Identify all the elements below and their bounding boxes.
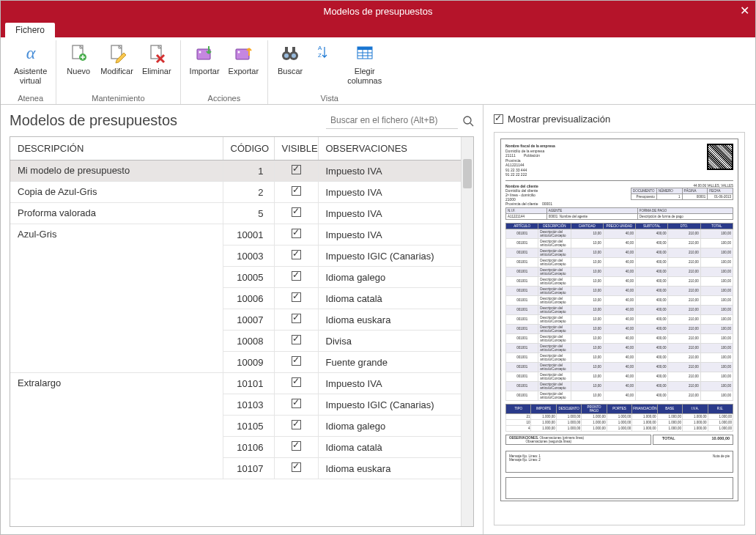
search-button[interactable]: Buscar — [274, 40, 306, 92]
close-icon[interactable]: ✕ — [740, 4, 749, 18]
th-description[interactable]: DESCRIPCIÓN — [10, 137, 223, 160]
cell-code: 10009 — [223, 352, 274, 373]
svg-text:Z: Z — [318, 52, 322, 59]
cell-visible — [274, 182, 318, 203]
sort-button[interactable]: AZ — [309, 40, 341, 92]
search-input[interactable] — [326, 112, 458, 129]
cell-observations: Fuente grande — [318, 352, 461, 373]
export-button[interactable]: Exportar — [226, 40, 262, 92]
columns-button[interactable]: Elegircolumnas — [344, 40, 385, 92]
cell-visible — [274, 458, 318, 479]
cell-visible — [274, 309, 318, 331]
visible-checkbox[interactable] — [292, 399, 301, 408]
svg-rect-18 — [357, 47, 372, 50]
scrollbar[interactable] — [461, 137, 473, 526]
alpha-icon: α — [19, 42, 42, 65]
table-row[interactable]: Mi modelo de presupuesto1Impuesto IVA — [10, 160, 461, 182]
cell-observations: Divisa — [318, 331, 461, 352]
svg-point-13 — [284, 54, 289, 58]
visible-checkbox[interactable] — [292, 229, 301, 238]
cell-description: Copia de Azul-Gris — [10, 182, 223, 203]
visible-checkbox[interactable] — [292, 377, 301, 387]
visible-checkbox[interactable] — [292, 314, 301, 323]
cell-code: 10105 — [223, 416, 274, 437]
cell-visible — [274, 160, 318, 182]
cell-observations: Impuesto IVA — [318, 203, 461, 224]
new-icon — [67, 42, 90, 65]
visible-checkbox[interactable] — [292, 356, 301, 366]
visible-checkbox[interactable] — [292, 462, 301, 472]
cell-code: 10008 — [223, 331, 274, 352]
cell-visible — [274, 416, 318, 437]
delete-button[interactable]: Eliminar — [139, 40, 174, 92]
ribbon-label: Nuevo — [67, 67, 90, 76]
visible-checkbox[interactable] — [292, 420, 301, 429]
cell-observations: Impuesto IVA — [318, 182, 461, 203]
cell-visible — [274, 288, 318, 309]
cell-observations: Idioma català — [318, 437, 461, 458]
preview-checkbox-label: Mostrar previsualización — [508, 114, 610, 125]
visible-checkbox[interactable] — [292, 207, 301, 217]
tab-file[interactable]: Fichero — [5, 23, 55, 37]
svg-point-8 — [238, 51, 240, 54]
import-icon — [193, 42, 216, 65]
visible-checkbox[interactable] — [292, 165, 301, 174]
cell-visible — [274, 373, 318, 394]
ribbon: αAsistentevirtualAteneaNuevoModificarEli… — [1, 37, 755, 105]
cell-code: 10005 — [223, 267, 274, 288]
th-observations[interactable]: OBSERVACIONES — [318, 137, 461, 160]
new-button[interactable]: Nuevo — [62, 40, 94, 92]
visible-checkbox[interactable] — [292, 441, 301, 451]
th-visible[interactable]: VISIBLE — [274, 137, 318, 160]
cell-observations: Idioma galego — [318, 267, 461, 288]
table-row[interactable]: Azul-Gris10001Impuesto IVA — [10, 224, 461, 246]
assistant-button[interactable]: αAsistentevirtual — [11, 40, 50, 92]
cell-description: Mi modelo de presupuesto — [10, 160, 223, 182]
cell-visible — [274, 246, 318, 267]
cell-description: Extralargo — [10, 373, 223, 479]
ribbon-label: Exportar — [229, 67, 259, 76]
visible-checkbox[interactable] — [292, 186, 301, 196]
cell-code: 10007 — [223, 309, 274, 331]
visible-checkbox[interactable] — [292, 292, 301, 302]
th-code[interactable]: CÓDIGO — [223, 137, 274, 160]
ribbon-group-label: Mantenimiento — [92, 92, 144, 104]
table-row[interactable]: Extralargo10101Impuesto IVA — [10, 373, 461, 394]
visible-checkbox[interactable] — [292, 335, 301, 344]
search-icon[interactable] — [462, 115, 474, 127]
cell-observations: Impuesto IVA — [318, 224, 461, 246]
models-table: DESCRIPCIÓN CÓDIGO VISIBLE OBSERVACIONES… — [10, 137, 461, 479]
cell-visible — [274, 394, 318, 416]
cell-observations: Impuesto IVA — [318, 373, 461, 394]
cell-observations: Idioma galego — [318, 416, 461, 437]
preview-checkbox[interactable] — [494, 114, 503, 124]
import-button[interactable]: Importar — [187, 40, 223, 92]
ribbon-tab-row: Fichero — [1, 21, 755, 37]
ribbon-label: Modificar — [100, 67, 133, 76]
cell-observations: Impuesto IGIC (Canarias) — [318, 394, 461, 416]
svg-rect-11 — [285, 47, 288, 53]
cell-code: 10101 — [223, 373, 274, 394]
visible-checkbox[interactable] — [292, 271, 301, 281]
visible-checkbox[interactable] — [292, 250, 301, 259]
table-row[interactable]: Proforma valorada5Impuesto IVA — [10, 203, 461, 224]
svg-line-24 — [470, 123, 473, 126]
svg-point-23 — [464, 117, 471, 124]
cell-code: 2 — [223, 182, 274, 203]
export-icon — [231, 42, 255, 65]
titlebar: Modelos de presupuestos ✕ — [1, 1, 755, 21]
cell-observations: Idioma euskara — [318, 309, 461, 331]
table-row[interactable]: Copia de Azul-Gris2Impuesto IVA — [10, 182, 461, 203]
cell-code: 10103 — [223, 394, 274, 416]
sort-icon: AZ — [314, 42, 337, 65]
svg-point-6 — [199, 51, 201, 54]
cell-description: Proforma valorada — [10, 203, 223, 224]
cell-code: 10003 — [223, 246, 274, 267]
delete-icon — [145, 42, 168, 65]
edit-button[interactable]: Modificar — [97, 40, 136, 92]
cell-observations: Idioma català — [318, 288, 461, 309]
cell-code: 1 — [223, 160, 274, 182]
cell-visible — [274, 437, 318, 458]
ribbon-group-label: Atenea — [18, 92, 43, 104]
ribbon-label: Eliminar — [142, 67, 171, 76]
